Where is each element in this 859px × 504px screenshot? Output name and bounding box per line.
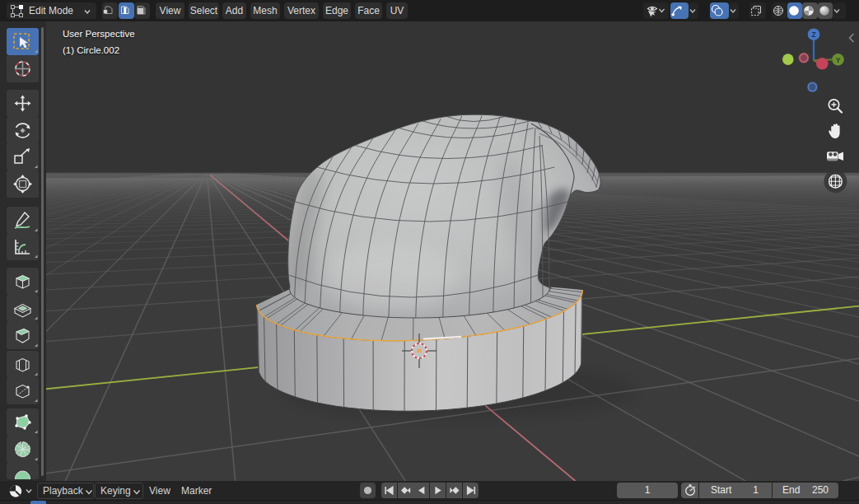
svg-text:Y: Y: [836, 56, 841, 64]
svg-text:Z: Z: [811, 30, 815, 39]
